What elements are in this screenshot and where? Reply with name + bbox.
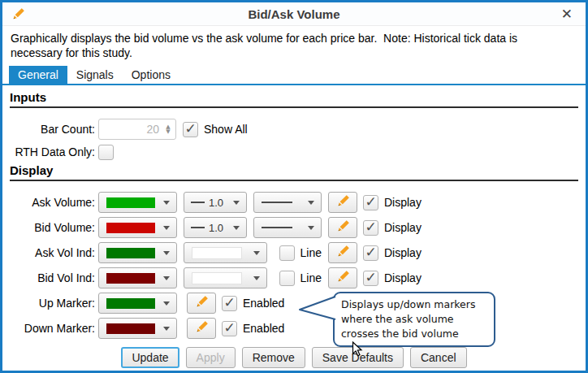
bid-vol-ind-display-checkbox[interactable]: ✓ [363, 271, 378, 286]
cancel-button[interactable]: Cancel [410, 347, 467, 368]
line-width-value: 1.0 [209, 222, 223, 234]
edit-study-icon [11, 7, 26, 22]
line-width-sample [191, 227, 205, 228]
bar-count-row: Bar Count: 20 ▲▼ ✓ Show All [10, 119, 578, 140]
display-checkbox-label: Display [384, 246, 422, 259]
tab-options[interactable]: Options [123, 66, 179, 84]
ask-volume-row: Ask Volume: 1.0 ✓ Display [10, 192, 578, 213]
bid-vol-ind-line-checkbox[interactable] [279, 271, 295, 286]
ask-volume-line-width-dropdown[interactable]: 1.0 [184, 192, 247, 213]
bid-volume-display-checkbox[interactable]: ✓ [363, 220, 378, 236]
remove-button[interactable]: Remove [242, 347, 305, 368]
line-style-sample [262, 227, 292, 228]
bar-count-label: Bar Count: [10, 123, 95, 136]
bid-volume-row: Bid Volume: 1.0 ✓ Display [10, 217, 578, 238]
chevron-down-icon [253, 251, 260, 255]
ask-volume-label: Ask Volume: [10, 196, 95, 209]
chevron-down-icon [163, 201, 170, 205]
up-marker-edit-button[interactable] [187, 293, 216, 314]
down-marker-edit-button[interactable] [187, 318, 216, 339]
ask-vol-ind-display-checkbox[interactable]: ✓ [363, 245, 378, 261]
display-rule [10, 180, 578, 181]
bid-vol-ind-fill-color-dropdown[interactable] [184, 267, 267, 288]
line-checkbox-label: Line [300, 246, 322, 259]
rth-data-only-row: RTH Data Only: [10, 144, 578, 160]
display-section-heading: Display [10, 163, 578, 177]
color-swatch [106, 223, 155, 233]
tab-bar: General Signals Options [2, 66, 586, 85]
apply-button[interactable]: Apply [186, 347, 236, 368]
bid-volume-color-dropdown[interactable] [98, 217, 177, 238]
ask-vol-ind-fill-color-dropdown[interactable] [184, 242, 267, 263]
down-marker-color-dropdown[interactable] [98, 318, 177, 339]
color-swatch [106, 197, 155, 208]
show-all-checkbox[interactable]: ✓ [183, 122, 198, 137]
close-icon[interactable]: ✕ [556, 7, 577, 22]
rth-data-only-label: RTH Data Only: [10, 145, 95, 158]
ask-volume-line-style-dropdown[interactable] [253, 192, 322, 213]
footer-button-bar: Update Apply Remove Save Defaults Cancel [10, 347, 578, 368]
bar-count-stepper[interactable]: 20 ▲▼ [98, 119, 176, 140]
bid-vol-ind-color-dropdown[interactable] [98, 267, 177, 288]
pencil-icon [335, 193, 351, 211]
ask-vol-ind-edit-button[interactable] [328, 242, 357, 263]
pencil-icon [194, 319, 210, 337]
up-marker-color-dropdown[interactable] [98, 293, 177, 314]
ask-vol-ind-label: Ask Vol Ind: [10, 246, 95, 259]
ask-volume-color-dropdown[interactable] [98, 192, 177, 213]
display-checkbox-label: Display [384, 221, 422, 234]
color-swatch [106, 248, 155, 258]
ask-volume-display-checkbox[interactable]: ✓ [363, 195, 378, 210]
line-width-sample [191, 202, 205, 203]
chevron-down-icon [163, 327, 170, 331]
show-all-label: Show All [204, 123, 248, 136]
ask-volume-edit-button[interactable] [328, 192, 357, 213]
ask-vol-ind-line-checkbox[interactable] [279, 245, 295, 261]
ask-vol-ind-row: Ask Vol Ind: Line ✓ Display [10, 242, 578, 263]
pencil-icon [194, 294, 210, 312]
tab-signals[interactable]: Signals [67, 66, 123, 84]
down-marker-enabled-checkbox[interactable]: ✓ [222, 321, 237, 336]
chevron-down-icon [163, 301, 170, 306]
chevron-down-icon [308, 201, 314, 205]
chevron-down-icon [233, 226, 240, 230]
tab-general[interactable]: General [9, 66, 67, 84]
up-marker-enabled-checkbox[interactable]: ✓ [222, 296, 237, 311]
pencil-icon [335, 269, 351, 287]
ask-vol-ind-color-dropdown[interactable] [98, 242, 177, 263]
titlebar: Bid/Ask Volume ✕ [2, 2, 586, 26]
bid-volume-line-width-dropdown[interactable]: 1.0 [184, 217, 247, 238]
tooltip-tail [298, 295, 337, 326]
inputs-section-heading: Inputs [10, 90, 578, 104]
pencil-icon [335, 219, 351, 236]
bid-vol-ind-edit-button[interactable] [328, 267, 357, 288]
stepper-arrows-icon[interactable]: ▲▼ [163, 124, 175, 135]
bid-volume-label: Bid Volume: [10, 221, 95, 234]
tooltip-text: Displays up/down markers where the ask v… [341, 298, 475, 340]
chevron-down-icon [233, 201, 240, 205]
line-style-sample [262, 202, 292, 203]
bar-count-value: 20 [99, 123, 163, 136]
down-marker-label: Down Marker: [10, 322, 95, 335]
bid-vol-ind-label: Bid Vol Ind: [10, 271, 95, 284]
bid-ask-volume-dialog: Bid/Ask Volume ✕ Graphically displays th… [0, 0, 588, 373]
pencil-icon [335, 244, 351, 262]
color-swatch [106, 273, 155, 284]
bid-volume-line-style-dropdown[interactable] [253, 217, 322, 238]
rth-data-only-checkbox[interactable] [98, 145, 114, 160]
inputs-rule [10, 106, 578, 108]
chevron-down-icon [163, 251, 170, 255]
color-swatch [106, 298, 155, 309]
bid-volume-edit-button[interactable] [328, 217, 357, 238]
enabled-checkbox-label: Enabled [243, 322, 284, 335]
bid-vol-ind-row: Bid Vol Ind: Line ✓ Display [10, 267, 578, 288]
line-checkbox-label: Line [300, 271, 322, 284]
chevron-down-icon [308, 226, 314, 230]
marker-tooltip: Displays up/down markers where the ask v… [333, 292, 495, 347]
fill-color-swatch [192, 247, 242, 259]
up-marker-label: Up Marker: [10, 297, 95, 310]
mouse-cursor-icon [352, 341, 363, 361]
update-button[interactable]: Update [121, 347, 179, 368]
color-swatch [106, 323, 155, 334]
display-checkbox-label: Display [384, 271, 422, 284]
